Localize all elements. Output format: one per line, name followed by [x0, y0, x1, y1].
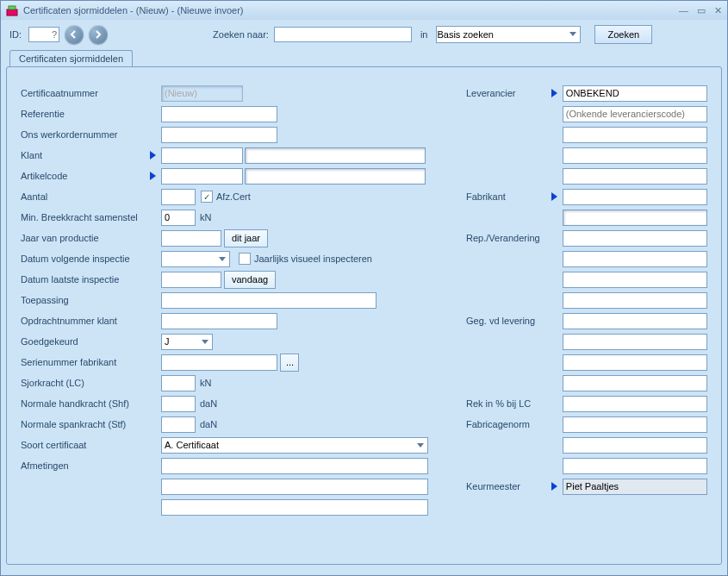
- geglevering-input-4[interactable]: [563, 375, 707, 391]
- in-label: in: [420, 29, 428, 40]
- repverandering-input-3[interactable]: [563, 272, 707, 288]
- referentie-label: Referentie: [21, 109, 150, 119]
- geglevering-input-2[interactable]: [563, 334, 707, 350]
- werkorder-label: Ons werkordernummer: [21, 129, 150, 140]
- minbreekkracht-label: Min. Breekkracht samenstel: [21, 212, 150, 222]
- leverancier-label: Leverancier: [466, 88, 551, 98]
- repverandering-input-4[interactable]: [563, 292, 707, 309]
- geglevering-label: Geg. vd levering: [466, 316, 551, 326]
- fabrikant-display: [563, 210, 707, 226]
- close-button[interactable]: ✕: [714, 5, 722, 16]
- klant-label: Klant: [21, 150, 150, 160]
- jaarproductie-label: Jaar van productie: [21, 233, 150, 243]
- normhand-label: Normale handkracht (Shf): [21, 398, 150, 409]
- leverancierscode-input[interactable]: [563, 106, 707, 122]
- jaarproductie-input[interactable]: [161, 230, 221, 247]
- search-scope-select[interactable]: Basis zoeken: [436, 26, 581, 43]
- goedgekeurd-select[interactable]: J: [161, 334, 213, 350]
- geglevering-input-3[interactable]: [563, 354, 707, 371]
- keurmeester-lookup-icon[interactable]: [551, 482, 557, 491]
- datumlaatste-label: Datum laatste inspectie: [21, 274, 150, 285]
- leverancier-lookup-icon[interactable]: [551, 89, 557, 97]
- titlebar: Certificaten sjormiddelen - (Nieuw) - (N…: [1, 1, 727, 20]
- afzcert-label: Afz.Cert: [216, 191, 251, 202]
- fabricagenorm-input-2[interactable]: [563, 437, 707, 454]
- fabrikant-lookup-icon[interactable]: [551, 192, 557, 201]
- artikel-name-display: [245, 168, 426, 185]
- keurmeester-label: Keurmeester: [466, 481, 551, 491]
- geglevering-input-1[interactable]: [563, 313, 707, 329]
- id-input[interactable]: [28, 27, 59, 42]
- repverandering-input-1[interactable]: [563, 230, 707, 247]
- tabbar: Certificaten sjormiddelen: [1, 49, 727, 66]
- leverancier-extra-2[interactable]: [563, 147, 707, 164]
- search-button[interactable]: Zoeken: [594, 25, 652, 44]
- search-input[interactable]: [274, 27, 412, 42]
- afmetingen-input-3[interactable]: [161, 499, 428, 516]
- maximize-button[interactable]: ▭: [697, 5, 706, 16]
- sjorkracht-label: Sjorkracht (LC): [21, 378, 150, 388]
- nav-prev-button[interactable]: [65, 25, 84, 44]
- search-label: Zoeken naar:: [213, 29, 269, 40]
- jaarlijks-checkbox[interactable]: [239, 253, 251, 265]
- tab-certificaten[interactable]: Certificaten sjormiddelen: [9, 50, 133, 66]
- serienr-more-button[interactable]: ...: [280, 354, 299, 372]
- afmetingen-input-2[interactable]: [161, 479, 428, 495]
- opdrachtnrklant-label: Opdrachtnummer klant: [21, 316, 150, 326]
- referentie-input[interactable]: [161, 106, 277, 122]
- serienrfabr-input[interactable]: [161, 354, 277, 371]
- toepassing-input[interactable]: [161, 292, 376, 309]
- afmetingen-label: Afmetingen: [21, 460, 150, 471]
- artikelcode-label: Artikelcode: [21, 171, 150, 181]
- app-icon: [6, 4, 18, 16]
- artikelcode-lookup-icon[interactable]: [150, 172, 156, 180]
- svg-rect-1: [9, 6, 16, 9]
- ditjaar-button[interactable]: dit jaar: [224, 229, 268, 247]
- normhand-input[interactable]: [161, 396, 196, 412]
- afzcert-checkbox[interactable]: ✓: [201, 191, 213, 203]
- minimize-button[interactable]: —: [679, 5, 688, 16]
- fabricagenorm-input[interactable]: [563, 416, 707, 433]
- klant-code-input[interactable]: [161, 147, 243, 164]
- normspan-input[interactable]: [161, 416, 196, 433]
- keurmeester-input[interactable]: [563, 479, 707, 495]
- fabricagenorm-label: Fabricagenorm: [466, 419, 551, 429]
- afmetingen-input-1[interactable]: [161, 458, 428, 474]
- reklc-input[interactable]: [563, 396, 707, 412]
- reklc-label: Rek in % bij LC: [466, 398, 551, 409]
- normhand-unit: daN: [200, 398, 217, 409]
- datumvolgende-label: Datum volgende inspectie: [21, 254, 150, 264]
- repverandering-input-2[interactable]: [563, 251, 707, 267]
- jaarlijks-label: Jaarlijks visueel inspecteren: [254, 254, 372, 264]
- left-column: Certificaatnummer Referentie Ons werkord…: [21, 83, 440, 517]
- datumvolgende-input[interactable]: [161, 251, 230, 267]
- form-frame: Certificaatnummer Referentie Ons werkord…: [6, 66, 722, 565]
- certificaatnummer-field: [161, 85, 243, 102]
- fabricagenorm-input-3[interactable]: [563, 458, 707, 474]
- aantal-input[interactable]: [161, 189, 196, 205]
- vandaag-button[interactable]: vandaag: [224, 271, 276, 289]
- normspan-unit: daN: [200, 419, 217, 429]
- app-window: Certificaten sjormiddelen - (Nieuw) - (N…: [0, 0, 728, 576]
- serienrfabr-label: Serienummer fabrikant: [21, 357, 150, 367]
- toepassing-label: Toepassing: [21, 295, 150, 305]
- right-column: Leverancier Fabrikant: [466, 83, 707, 517]
- datumlaatste-input[interactable]: [161, 272, 221, 288]
- sjorkracht-input[interactable]: [161, 375, 196, 391]
- nav-next-button[interactable]: [89, 25, 108, 44]
- soortcert-label: Soort certificaat: [21, 440, 150, 450]
- fabrikant-input[interactable]: [563, 189, 707, 205]
- minbreekkracht-input[interactable]: [161, 210, 196, 226]
- werkorder-input[interactable]: [161, 127, 277, 143]
- artikelcode-input[interactable]: [161, 168, 243, 185]
- leverancier-extra-3[interactable]: [563, 168, 707, 185]
- leverancier-input[interactable]: [563, 85, 707, 102]
- fabrikant-label: Fabrikant: [466, 191, 551, 202]
- opdrachtnrklant-input[interactable]: [161, 313, 277, 329]
- window-title: Certificaten sjormiddelen - (Nieuw) - (N…: [23, 5, 679, 16]
- klant-lookup-icon[interactable]: [150, 151, 156, 160]
- leverancier-extra-1[interactable]: [563, 127, 707, 143]
- normspan-label: Normale spankracht (Stf): [21, 419, 150, 429]
- soortcert-select[interactable]: A. Certificaat: [161, 437, 428, 454]
- certificaatnummer-label: Certificaatnummer: [21, 88, 150, 98]
